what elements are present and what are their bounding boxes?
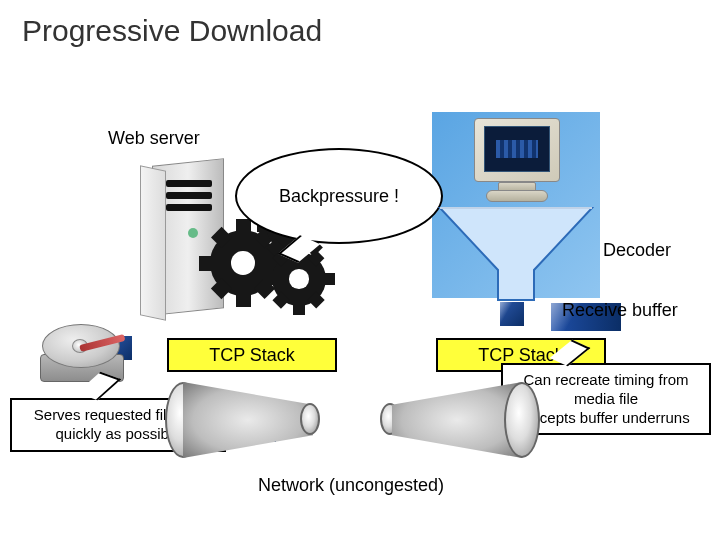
callout-backpressure: Backpressure ! — [235, 148, 443, 244]
funnel-icon — [438, 204, 594, 304]
pipe-body-right-icon — [392, 382, 522, 458]
label-decoder: Decoder — [603, 240, 671, 261]
pipe-cap-mid-left-icon — [300, 403, 320, 435]
tcp-stack-left: TCP Stack — [167, 338, 337, 372]
callout-backpressure-text: Backpressure ! — [279, 186, 399, 207]
page-title: Progressive Download — [22, 14, 322, 48]
pipe-body-left-icon — [183, 382, 313, 458]
hard-disk-icon — [40, 320, 136, 390]
monitor-icon — [468, 118, 568, 208]
label-receive-buffer: Receive buffer — [562, 300, 678, 321]
pipe-cap-right-icon — [504, 382, 540, 458]
packet-icon — [500, 302, 524, 326]
label-network: Network (uncongested) — [258, 475, 444, 496]
label-web-server: Web server — [108, 128, 200, 149]
